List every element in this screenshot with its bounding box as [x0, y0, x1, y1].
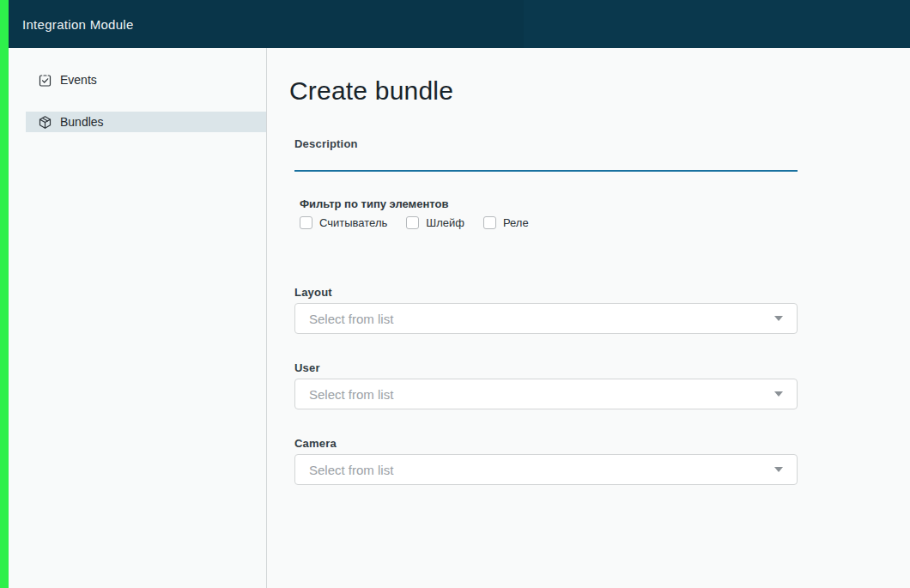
checkbox-schityvatel[interactable]: Считыватель — [300, 216, 387, 229]
select-placeholder: Select from list — [309, 463, 774, 477]
accent-strip — [0, 0, 9, 588]
chevron-down-icon — [774, 316, 783, 321]
camera-field: Camera Select from list — [294, 437, 798, 485]
sidebar: Events Bundles — [9, 48, 267, 588]
create-bundle-form: Description Фильтр по типу элементов Счи… — [294, 137, 798, 485]
checkbox-label: Шлейф — [426, 216, 464, 229]
camera-label: Camera — [294, 437, 798, 451]
checkbox-icon[interactable] — [406, 216, 419, 229]
filter-block: Фильтр по типу элементов Считыватель Шле… — [300, 197, 798, 229]
app-header: Integration Module — [0, 0, 910, 48]
user-field: User Select from list — [294, 361, 798, 409]
sidebar-item-label: Events — [60, 73, 97, 87]
layout-select[interactable]: Select from list — [294, 303, 798, 334]
camera-select[interactable]: Select from list — [294, 454, 798, 485]
package-icon — [38, 115, 52, 130]
checkbox-label: Считыватель — [319, 216, 387, 229]
checkbox-label: Реле — [503, 216, 529, 229]
user-label: User — [294, 361, 798, 375]
chevron-down-icon — [774, 467, 783, 472]
calendar-check-icon — [38, 73, 52, 88]
sidebar-item-label: Bundles — [60, 115, 104, 129]
spacer — [294, 229, 798, 286]
checkbox-rele[interactable]: Реле — [483, 216, 529, 229]
sidebar-item-bundles[interactable]: Bundles — [26, 112, 266, 132]
checkbox-icon[interactable] — [483, 216, 496, 229]
select-placeholder: Select from list — [309, 387, 774, 402]
select-placeholder: Select from list — [309, 312, 774, 326]
filter-title: Фильтр по типу элементов — [300, 197, 798, 211]
filter-options: Считыватель Шлейф Реле — [300, 216, 798, 229]
layout-field: Layout Select from list — [294, 286, 798, 334]
description-label: Description — [294, 137, 798, 151]
description-input[interactable] — [294, 151, 798, 172]
app-title: Integration Module — [22, 17, 134, 32]
checkbox-icon[interactable] — [300, 216, 312, 229]
page-title: Create bundle — [289, 76, 910, 106]
chevron-down-icon — [774, 391, 783, 397]
checkbox-shleyf[interactable]: Шлейф — [406, 216, 464, 229]
main-content: Create bundle Description Фильтр по типу… — [267, 48, 910, 588]
sidebar-item-events[interactable]: Events — [26, 70, 266, 90]
user-select[interactable]: Select from list — [294, 379, 798, 409]
layout-label: Layout — [294, 286, 798, 300]
